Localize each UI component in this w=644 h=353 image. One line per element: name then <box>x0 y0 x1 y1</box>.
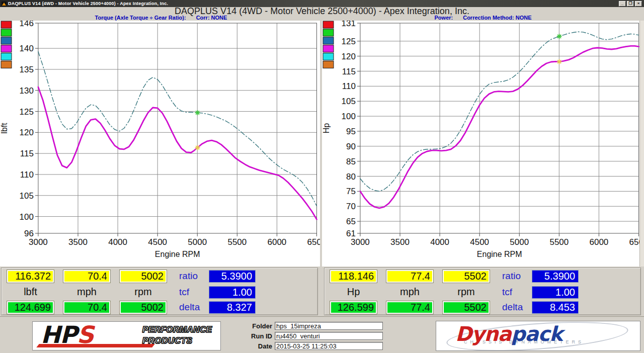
window-right-strip <box>639 21 644 267</box>
minimize-button[interactable]: _ <box>619 1 626 7</box>
y-tick-label: 110 <box>342 81 355 91</box>
speed-cursor-value: 77.4 <box>386 270 434 283</box>
legend-swatch-0 <box>1 21 12 28</box>
folder-input[interactable] <box>275 322 383 330</box>
y-tick-label: 65 <box>346 217 356 226</box>
speed-unit-label: mph <box>386 286 434 298</box>
readouts-row: 116.372 70.4 5002 lbft mph rpm 124.699 7… <box>0 267 644 316</box>
tcf-value: 1.00 <box>532 286 579 299</box>
y-tick-label: 131 <box>341 21 355 28</box>
reference-run-power-curve <box>360 32 638 191</box>
legend-swatch-2 <box>1 37 12 44</box>
chart-headers: Torque (Axle Torque ÷ Gear Ratio): Corr:… <box>0 15 644 21</box>
ratio-value: 5.3900 <box>532 270 579 283</box>
legend-swatch-0 <box>323 21 333 28</box>
y-tick-label: 70 <box>346 202 356 211</box>
y-axis-label: lbft <box>0 123 9 134</box>
date-input[interactable] <box>275 342 383 350</box>
y-tick-label: 100 <box>20 212 34 222</box>
y-tick-label: 80 <box>346 172 356 182</box>
legend-swatch-1 <box>1 29 12 36</box>
torque-correction-label: Corr: NONE <box>196 15 227 21</box>
hps-logo-tagline: PERFORMANCE PRODUCTS <box>142 324 212 346</box>
legend-swatch-3 <box>1 45 12 52</box>
dynapack-logo: CHASSIS DYNAMOMETERS Dynapack <box>436 321 640 351</box>
torque-header-label: Torque (Axle Torque ÷ Gear Ratio): <box>95 15 186 21</box>
date-label: Date <box>235 342 275 350</box>
plot-area[interactable] <box>38 23 317 233</box>
power-chart[interactable]: 1311251201151101051009590858075706561300… <box>322 21 640 267</box>
y-tick-label: 115 <box>20 149 34 158</box>
restore-button[interactable]: ❐ <box>627 1 634 7</box>
y-tick-label: 120 <box>20 128 34 137</box>
rpm-unit-label: rpm <box>119 286 167 298</box>
x-tick-label: 3000 <box>351 237 370 247</box>
y-tick-label: 85 <box>346 157 356 166</box>
torque-chart[interactable]: 1461401351301251201151101051009630003500… <box>0 21 320 267</box>
ratio-value: 5.3900 <box>209 270 256 283</box>
charts-row: 1461401351301251201151101051009630003500… <box>0 21 644 267</box>
legend-swatch-1 <box>323 29 333 36</box>
y-tick-label: 125 <box>341 37 355 46</box>
y-tick-label: 115 <box>342 67 355 76</box>
rpm-reference-value: 5502 <box>442 301 490 314</box>
hps-logo-text: HPS <box>41 321 94 348</box>
torque-chart-panel: 1461401351301251201151101051009630003500… <box>0 21 320 267</box>
y-tick-label: 135 <box>20 65 34 74</box>
power-header: Power: Correction Method: NONE <box>322 15 644 21</box>
x-tick-label: 3500 <box>68 237 88 247</box>
y-tick-label: 105 <box>341 97 355 106</box>
torque-unit-label: lbft <box>7 286 54 298</box>
app-icon <box>2 2 7 6</box>
speed-unit-label: mph <box>63 286 111 298</box>
x-axis-label: Engine RPM <box>476 250 522 258</box>
tcf-label: tcf <box>502 287 512 298</box>
legend-swatch-5 <box>323 61 333 68</box>
x-tick-label: 4500 <box>470 237 489 247</box>
power-cursor-value: 118.146 <box>330 270 377 283</box>
power-reference-value: 126.599 <box>330 301 377 314</box>
power-unit-label: Hp <box>330 286 377 298</box>
delta-value: 8.327 <box>209 301 256 314</box>
power-header-label: Power: <box>435 15 453 21</box>
ratio-label: ratio <box>179 271 198 282</box>
run-info-fields: Folder Run ID Date <box>235 321 383 351</box>
x-tick-label: 5500 <box>227 237 247 247</box>
x-tick-label: 6000 <box>589 237 608 247</box>
speed-reference-value: 77.4 <box>386 301 434 314</box>
delta-label: delta <box>179 302 200 313</box>
x-tick-label: 5500 <box>549 237 569 247</box>
window-title: DAQPLUS V14 (4WD - Motor Vehicle 2500+40… <box>8 1 619 6</box>
plot-area[interactable] <box>360 23 638 233</box>
footer: HPS PERFORMANCE PRODUCTS Folder Run ID D… <box>0 316 644 353</box>
y-tick-label: 75 <box>346 187 356 196</box>
rpm-unit-label: rpm <box>442 286 490 298</box>
power-correction-label: Correction Method: NONE <box>463 15 531 21</box>
x-tick-label: 6500 <box>307 237 320 247</box>
y-tick-label: 146 <box>20 21 34 28</box>
y-tick-label: 130 <box>20 86 34 96</box>
x-tick-label: 3500 <box>390 237 410 247</box>
speed-cursor-value: 70.4 <box>63 270 111 283</box>
y-tick-label: 125 <box>20 107 34 117</box>
power-chart-panel: 1311251201151101051009590858075706561300… <box>322 21 640 267</box>
y-tick-label: 95 <box>346 127 356 136</box>
run-id-input[interactable] <box>275 332 383 340</box>
y-tick-label: 90 <box>346 142 356 151</box>
x-tick-label: 6500 <box>629 237 639 247</box>
power-readout-panel: 118.146 77.4 5502 Hp mph rpm 126.599 77.… <box>324 268 641 315</box>
rpm-cursor-value: 5002 <box>119 270 167 283</box>
torque-readout-panel: 116.372 70.4 5002 lbft mph rpm 124.699 7… <box>1 268 318 315</box>
close-button[interactable]: × <box>635 1 642 7</box>
ratio-label: ratio <box>502 271 521 282</box>
x-tick-label: 5000 <box>510 237 529 247</box>
x-tick-label: 3000 <box>29 237 48 247</box>
reference-run-torque-curve <box>38 52 317 206</box>
speed-reference-value: 70.4 <box>63 301 111 314</box>
y-tick-label: 110 <box>20 170 34 180</box>
rpm-reference-value: 5002 <box>119 301 167 314</box>
legend-swatch-4 <box>1 53 12 60</box>
x-tick-label: 6000 <box>268 237 287 247</box>
delta-label: delta <box>502 302 523 313</box>
x-tick-label: 5000 <box>188 237 207 247</box>
